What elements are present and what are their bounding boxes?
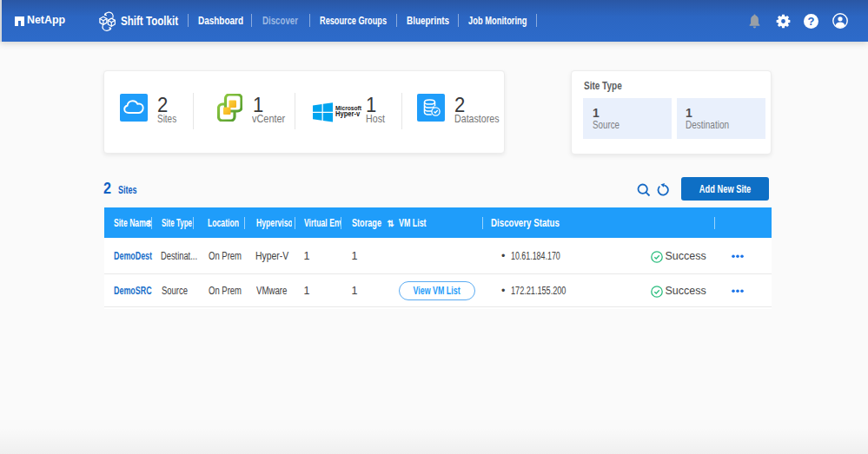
- svg-text:?: ?: [808, 15, 815, 28]
